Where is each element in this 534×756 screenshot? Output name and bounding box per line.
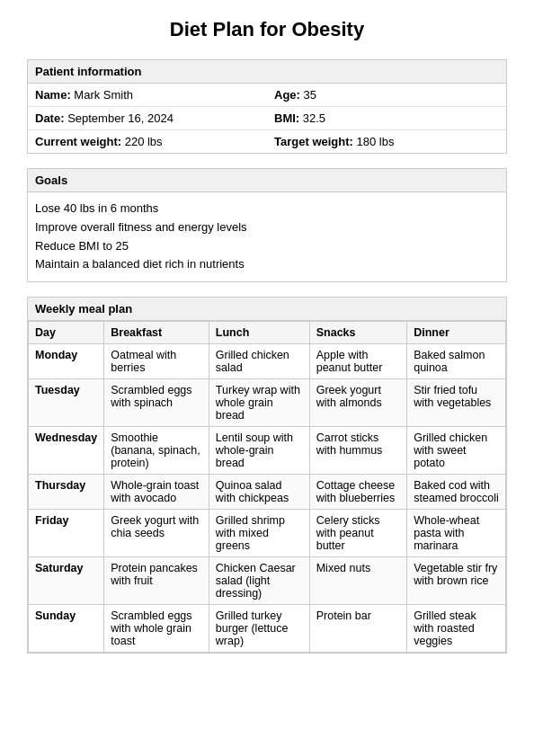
meal-cell-breakfast: Smoothie (banana, spinach, protein) bbox=[104, 427, 209, 475]
patient-info-table: Name: Mark Smith Age: 35 Date: September… bbox=[28, 84, 506, 153]
meal-column-header: Lunch bbox=[209, 322, 309, 344]
meal-column-header: Breakfast bbox=[104, 322, 209, 344]
meal-cell-breakfast: Oatmeal with berries bbox=[104, 344, 209, 379]
meal-cell-day: Thursday bbox=[29, 475, 104, 510]
patient-field-right: BMI: 32.5 bbox=[267, 107, 506, 130]
meal-plan-section: Weekly meal plan DayBreakfastLunchSnacks… bbox=[27, 297, 507, 654]
goals-header: Goals bbox=[28, 169, 506, 192]
meal-cell-day: Tuesday bbox=[29, 379, 104, 427]
meal-cell-snacks: Cottage cheese with blueberries bbox=[309, 475, 407, 510]
meal-cell-breakfast: Scrambled eggs with whole grain toast bbox=[104, 605, 209, 653]
meal-cell-dinner: Whole-wheat pasta with marinara bbox=[407, 510, 506, 557]
patient-info-header: Patient information bbox=[28, 60, 506, 84]
meal-row: ThursdayWhole-grain toast with avocadoQu… bbox=[29, 475, 506, 510]
patient-info-row: Name: Mark Smith Age: 35 bbox=[28, 84, 506, 107]
patient-field-left: Current weight: 220 lbs bbox=[28, 130, 267, 154]
meal-column-header: Dinner bbox=[407, 322, 506, 344]
meal-cell-snacks: Apple with peanut butter bbox=[309, 344, 407, 379]
meal-cell-day: Saturday bbox=[29, 557, 104, 605]
meal-cell-dinner: Grilled steak with roasted veggies bbox=[407, 605, 506, 653]
meal-cell-dinner: Baked salmon quinoa bbox=[407, 344, 506, 379]
meal-cell-day: Monday bbox=[29, 344, 104, 379]
patient-info-section: Patient information Name: Mark Smith Age… bbox=[27, 59, 507, 154]
meal-cell-dinner: Grilled chicken with sweet potato bbox=[407, 427, 506, 475]
meal-cell-dinner: Baked cod with steamed broccoli bbox=[407, 475, 506, 510]
meal-cell-day: Wednesday bbox=[29, 427, 104, 475]
goal-item: Reduce BMI to 25 bbox=[35, 237, 499, 256]
meal-column-header: Snacks bbox=[309, 322, 407, 344]
patient-info-row: Date: September 16, 2024 BMI: 32.5 bbox=[28, 107, 506, 130]
meal-column-header: Day bbox=[29, 322, 104, 344]
meal-cell-dinner: Vegetable stir fry with brown rice bbox=[407, 557, 506, 605]
meal-row: MondayOatmeal with berriesGrilled chicke… bbox=[29, 344, 506, 379]
meal-row: FridayGreek yogurt with chia seedsGrille… bbox=[29, 510, 506, 557]
patient-field-left: Name: Mark Smith bbox=[28, 84, 267, 107]
meal-cell-day: Sunday bbox=[29, 605, 104, 653]
goal-item: Lose 40 lbs in 6 months bbox=[35, 200, 499, 218]
meal-cell-snacks: Greek yogurt with almonds bbox=[309, 379, 407, 427]
meal-cell-lunch: Grilled chicken salad bbox=[209, 344, 309, 379]
meal-cell-lunch: Lentil soup with whole-grain bread bbox=[209, 427, 309, 475]
meal-cell-breakfast: Greek yogurt with chia seeds bbox=[104, 510, 209, 557]
patient-field-right: Age: 35 bbox=[267, 84, 506, 107]
goal-item: Improve overall fitness and energy level… bbox=[35, 218, 499, 237]
meal-cell-snacks: Celery sticks with peanut butter bbox=[309, 510, 407, 557]
meal-cell-lunch: Quinoa salad with chickpeas bbox=[209, 475, 309, 510]
meal-plan-header: Weekly meal plan bbox=[28, 298, 506, 321]
goal-item: Maintain a balanced diet rich in nutrien… bbox=[35, 255, 499, 274]
meal-row: WednesdaySmoothie (banana, spinach, prot… bbox=[29, 427, 506, 475]
patient-field-left: Date: September 16, 2024 bbox=[28, 107, 267, 130]
meal-cell-lunch: Turkey wrap with whole grain bread bbox=[209, 379, 309, 427]
patient-field-right: Target weight: 180 lbs bbox=[267, 130, 506, 154]
meal-cell-breakfast: Scrambled eggs with spinach bbox=[104, 379, 209, 427]
meal-cell-snacks: Mixed nuts bbox=[309, 557, 407, 605]
meal-row: SundayScrambled eggs with whole grain to… bbox=[29, 605, 506, 653]
meal-cell-snacks: Carrot sticks with hummus bbox=[309, 427, 407, 475]
meal-row: TuesdayScrambled eggs with spinachTurkey… bbox=[29, 379, 506, 427]
meal-cell-breakfast: Protein pancakes with fruit bbox=[104, 557, 209, 605]
page-title: Diet Plan for Obesity bbox=[27, 18, 507, 41]
goals-content: Lose 40 lbs in 6 monthsImprove overall f… bbox=[28, 192, 506, 281]
meal-cell-lunch: Grilled shrimp with mixed greens bbox=[209, 510, 309, 557]
patient-info-row: Current weight: 220 lbs Target weight: 1… bbox=[28, 130, 506, 154]
meal-cell-breakfast: Whole-grain toast with avocado bbox=[104, 475, 209, 510]
meal-cell-lunch: Chicken Caesar salad (light dressing) bbox=[209, 557, 309, 605]
meal-row: SaturdayProtein pancakes with fruitChick… bbox=[29, 557, 506, 605]
goals-section: Goals Lose 40 lbs in 6 monthsImprove ove… bbox=[27, 168, 507, 282]
meal-cell-dinner: Stir fried tofu with vegetables bbox=[407, 379, 506, 427]
meal-plan-table: DayBreakfastLunchSnacksDinner MondayOatm… bbox=[28, 321, 506, 653]
meal-cell-day: Friday bbox=[29, 510, 104, 557]
meal-cell-snacks: Protein bar bbox=[309, 605, 407, 653]
meal-cell-lunch: Grilled turkey burger (lettuce wrap) bbox=[209, 605, 309, 653]
